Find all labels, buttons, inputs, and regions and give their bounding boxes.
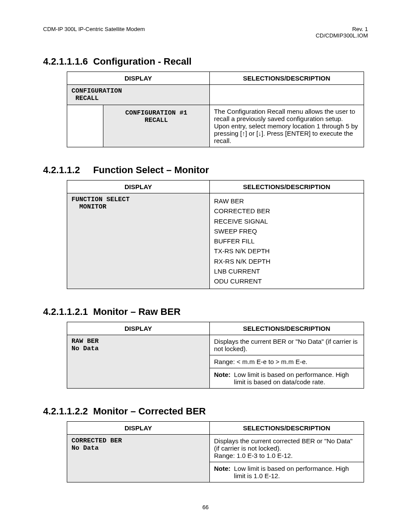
section-number: 4.2.1.1.2 <box>43 165 90 176</box>
header-rev: Rev. 1 <box>316 26 368 32</box>
page-header: CDM-IP 300L IP-Centric Satellite Modem R… <box>43 26 368 39</box>
section-number: 4.2.1.1.2.2 <box>43 406 90 417</box>
col-desc: SELECTIONS/DESCRIPTION <box>209 180 364 193</box>
option-item: CORRECTED BER <box>214 206 359 216</box>
desc-corrected-ber-1: Displays the current corrected BER or "N… <box>209 435 364 462</box>
section-function-select-heading: 4.2.1.1.2 Function Select – Monitor <box>43 165 368 176</box>
option-item: RAW BER <box>214 196 359 206</box>
section-title: Function Select – Monitor <box>93 165 209 175</box>
option-item: RX-RS N/K DEPTH <box>214 256 359 266</box>
section-title: Monitor – Raw BER <box>93 306 181 317</box>
header-right: Rev. 1 CD/CDMIP300L.IOM <box>316 26 368 39</box>
col-display: DISPLAY <box>67 180 210 193</box>
indent-spacer <box>67 105 103 147</box>
section-number: 4.2.1.1.1.6 <box>43 56 90 67</box>
table-config-recall: DISPLAY SELECTIONS/DESCRIPTION CONFIGURA… <box>67 72 364 147</box>
header-doc: CD/CDMIP300L.IOM <box>316 32 368 39</box>
table-raw-ber: DISPLAY SELECTIONS/DESCRIPTION RAW BER N… <box>67 322 364 389</box>
page-number: 66 <box>43 504 368 510</box>
note-text: Low limit is based on performance. High … <box>234 371 359 386</box>
col-desc: SELECTIONS/DESCRIPTION <box>209 72 364 85</box>
option-item: LNB CURRENT <box>214 266 359 276</box>
display-function-select: FUNCTION SELECT MONITOR <box>67 193 210 289</box>
section-corrected-ber-heading: 4.2.1.1.2.2 Monitor – Corrected BER <box>43 406 368 417</box>
desc-empty <box>209 85 364 105</box>
note-text: Low limit is based on performance. High … <box>234 465 359 479</box>
col-display: DISPLAY <box>67 72 210 85</box>
col-desc: SELECTIONS/DESCRIPTION <box>209 422 364 435</box>
col-desc: SELECTIONS/DESCRIPTION <box>209 322 364 335</box>
col-display: DISPLAY <box>67 422 210 435</box>
desc-raw-ber-2: Range: < m.m E-e to > m.m E-e. <box>209 355 364 368</box>
desc-function-options: RAW BER CORRECTED BER RECEIVE SIGNAL SWE… <box>209 193 364 289</box>
desc-raw-ber-1: Displays the current BER or "No Data" (i… <box>209 335 364 355</box>
table-function-select: DISPLAY SELECTIONS/DESCRIPTION FUNCTION … <box>67 180 364 289</box>
option-item: BUFFER FILL <box>214 236 359 246</box>
header-left: CDM-IP 300L IP-Centric Satellite Modem <box>43 26 145 39</box>
desc-config-recall: The Configuration Recall menu allows the… <box>209 105 364 147</box>
section-title: Configuration - Recall <box>93 56 192 67</box>
table-corrected-ber: DISPLAY SELECTIONS/DESCRIPTION CORRECTED… <box>67 421 364 482</box>
note-label: Note: <box>214 465 230 472</box>
col-display: DISPLAY <box>67 322 210 335</box>
option-item: ODU CURRENT <box>214 276 359 286</box>
option-item: TX-RS N/K DEPTH <box>214 246 359 256</box>
note-label: Note: <box>214 371 230 378</box>
display-config-recall: CONFIGURATION RECALL <box>67 85 210 105</box>
display-corrected-ber: CORRECTED BER No Data <box>67 435 210 482</box>
section-config-recall-heading: 4.2.1.1.1.6 Configuration - Recall <box>43 56 368 67</box>
display-raw-ber: RAW BER No Data <box>67 335 210 389</box>
option-item: SWEEP FREQ <box>214 226 359 236</box>
desc-raw-ber-note: Note: Low limit is based on performance.… <box>209 368 364 389</box>
section-number: 4.2.1.1.2.1 <box>43 306 90 317</box>
section-title: Monitor – Corrected BER <box>93 406 206 417</box>
section-raw-ber-heading: 4.2.1.1.2.1 Monitor – Raw BER <box>43 306 368 317</box>
option-item: RECEIVE SIGNAL <box>214 216 359 226</box>
desc-corrected-ber-note: Note: Low limit is based on performance.… <box>209 462 364 482</box>
display-config-1-recall: CONFIGURATION #1 RECALL <box>103 105 209 147</box>
